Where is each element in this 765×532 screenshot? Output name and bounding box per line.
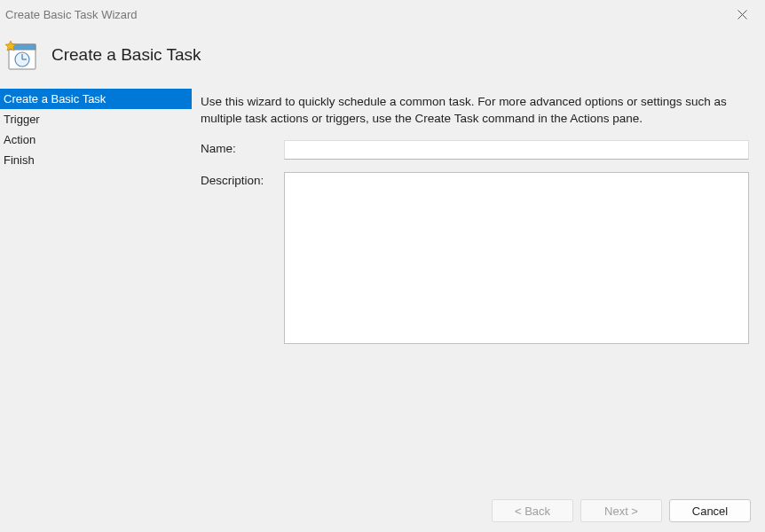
sidebar-item-label: Finish	[4, 153, 35, 167]
wizard-content: Use this wizard to quickly schedule a co…	[192, 89, 765, 477]
description-row: Description:	[201, 172, 749, 344]
wizard-header: Create a Basic Task	[0, 28, 765, 89]
sidebar-item-action[interactable]: Action	[0, 129, 192, 150]
wizard-sidebar: Create a Basic Task Trigger Action Finis…	[0, 89, 192, 477]
sidebar-item-finish[interactable]: Finish	[0, 150, 192, 170]
name-label: Name:	[201, 140, 284, 155]
description-textarea[interactable]	[284, 172, 749, 344]
sidebar-item-create-basic-task[interactable]: Create a Basic Task	[0, 89, 192, 109]
name-row: Name:	[201, 140, 749, 160]
close-button[interactable]	[728, 0, 756, 28]
close-icon	[737, 10, 747, 20]
wizard-footer: < Back Next > Cancel	[0, 489, 765, 532]
sidebar-item-trigger[interactable]: Trigger	[0, 109, 192, 129]
cancel-button[interactable]: Cancel	[669, 499, 751, 522]
titlebar: Create Basic Task Wizard	[0, 0, 765, 28]
window-title: Create Basic Task Wizard	[5, 8, 138, 21]
sidebar-item-label: Action	[4, 133, 35, 146]
name-input[interactable]	[284, 140, 749, 160]
wizard-title: Create a Basic Task	[51, 45, 201, 65]
next-button: Next >	[580, 499, 662, 522]
back-button: < Back	[492, 499, 573, 522]
sidebar-item-label: Trigger	[4, 113, 40, 126]
wizard-icon	[5, 39, 37, 71]
sidebar-item-label: Create a Basic Task	[4, 92, 106, 106]
wizard-body: Create a Basic Task Trigger Action Finis…	[0, 89, 765, 477]
intro-text: Use this wizard to quickly schedule a co…	[201, 94, 749, 128]
description-label: Description:	[201, 172, 284, 187]
